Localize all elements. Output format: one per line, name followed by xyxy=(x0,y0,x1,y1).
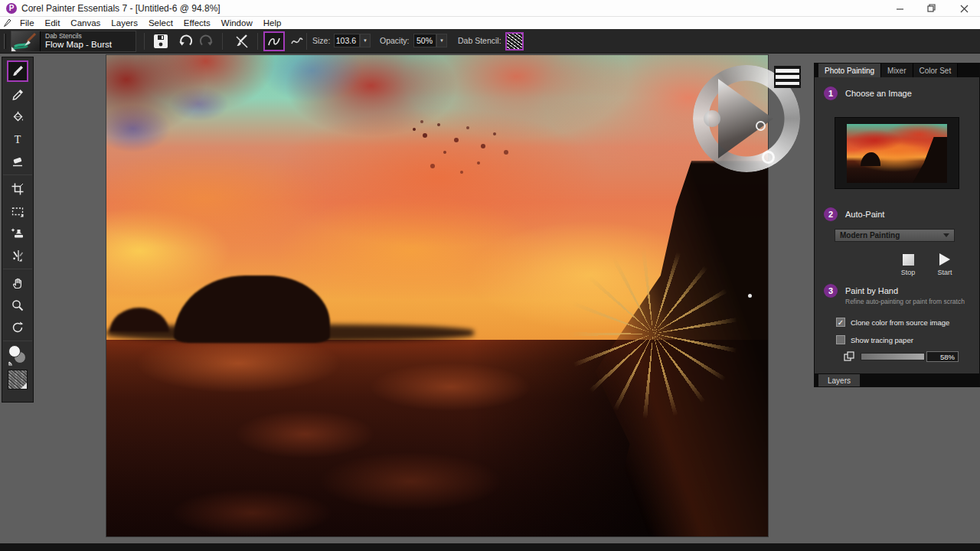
window-title: Corel Painter Essentials 7 - [Untitled-6… xyxy=(21,3,220,14)
palette-divider xyxy=(3,269,32,269)
painting-foliage-burst xyxy=(564,245,742,422)
tool-paint-bucket[interactable] xyxy=(6,106,29,128)
property-bar: Dab Stencils Flow Map - Burst xyxy=(0,29,980,54)
restore-button[interactable] xyxy=(916,0,948,17)
source-image-frame xyxy=(835,117,959,189)
tool-magnifier[interactable] xyxy=(6,294,29,316)
overlay-dot xyxy=(704,110,720,127)
menu-help[interactable]: Help xyxy=(258,18,287,28)
tool-mirror-painting[interactable] xyxy=(6,244,29,266)
tool-rect-select[interactable] xyxy=(6,200,29,222)
layers-tab-bar: Layers xyxy=(815,373,979,386)
paper-fold-corner xyxy=(21,383,27,389)
step-2-title: Auto-Paint xyxy=(845,210,884,219)
step-2-header: 2 Auto-Paint xyxy=(824,207,884,221)
chevron-down-icon xyxy=(943,233,949,237)
brush-variant-label: Flow Map - Burst xyxy=(45,40,112,50)
start-label: Start xyxy=(928,269,962,276)
close-button[interactable] xyxy=(948,0,980,17)
tracing-opacity-value[interactable]: 58% xyxy=(926,351,959,362)
step-1-badge: 1 xyxy=(824,86,838,100)
tool-eraser[interactable] xyxy=(6,150,29,172)
undo-button[interactable] xyxy=(175,31,196,51)
brush-variant-icon xyxy=(11,31,41,51)
size-label: Size: xyxy=(312,36,330,45)
step-3-title: Paint by Hand xyxy=(845,286,898,295)
toolbar-separator xyxy=(257,33,258,50)
document-pencil-icon xyxy=(3,18,11,28)
svg-text:T: T xyxy=(15,134,21,145)
menu-window[interactable]: Window xyxy=(216,18,258,28)
tracing-opacity-slider[interactable] xyxy=(861,353,925,360)
clone-color-label: Clone color from source image xyxy=(851,318,949,327)
tool-dropper[interactable] xyxy=(6,83,29,106)
tracing-opacity-control: 58% xyxy=(844,351,966,362)
auto-paint-preset-value: Modern Painting xyxy=(835,231,943,240)
color-swatches[interactable] xyxy=(6,344,29,368)
step-2-badge: 2 xyxy=(824,207,838,221)
tracing-paper-checkbox[interactable] xyxy=(836,335,845,344)
auto-paint-preset-dropdown[interactable]: Modern Painting xyxy=(835,229,955,242)
hamburger-menu-icon[interactable] xyxy=(774,66,801,88)
step-3-header: 3 Paint by Hand xyxy=(824,284,898,298)
paper-texture-selector[interactable] xyxy=(8,370,28,390)
freehand-stroke-button[interactable] xyxy=(263,31,285,51)
photo-painting-panel: Photo Painting Mixer Color Set 1 Choose … xyxy=(814,63,980,387)
toolbar-grip xyxy=(4,34,6,49)
overlay-knob-large xyxy=(762,151,775,164)
straight-line-stroke-button[interactable] xyxy=(286,31,308,51)
tab-layers[interactable]: Layers xyxy=(818,374,860,386)
toolbar-separator xyxy=(222,33,223,50)
source-image-thumbnail[interactable] xyxy=(847,124,947,183)
tool-brush[interactable] xyxy=(7,60,28,82)
brush-selector[interactable]: Dab Stencils Flow Map - Burst xyxy=(11,31,136,52)
palette-divider xyxy=(3,174,32,175)
tool-layer-adjuster[interactable] xyxy=(6,222,29,244)
opacity-input[interactable]: 50% xyxy=(413,34,436,47)
opacity-dropdown-arrow[interactable]: ▼ xyxy=(436,34,447,47)
play-icon xyxy=(939,253,950,266)
tracing-paper-icon xyxy=(844,351,855,365)
thumb-island xyxy=(861,152,880,166)
stop-icon xyxy=(903,254,914,266)
menu-canvas[interactable]: Canvas xyxy=(65,18,106,28)
clone-color-checkbox[interactable]: ✓ xyxy=(836,318,845,327)
size-input[interactable]: 103.6 xyxy=(334,34,360,47)
size-dropdown-arrow[interactable]: ▼ xyxy=(360,34,371,47)
palette-divider xyxy=(3,341,32,341)
tab-color-set[interactable]: Color Set xyxy=(913,64,959,77)
app-icon: P xyxy=(6,3,17,14)
redo-button[interactable] xyxy=(196,31,217,51)
step-1-title: Choose an Image xyxy=(845,89,912,98)
tracing-paper-label: Show tracing paper xyxy=(851,336,913,344)
step-1-header: 1 Choose an Image xyxy=(824,86,912,100)
tool-text[interactable]: T xyxy=(6,128,29,150)
tab-photo-painting[interactable]: Photo Painting xyxy=(818,64,881,77)
menu-select[interactable]: Select xyxy=(143,18,178,28)
tab-mixer[interactable]: Mixer xyxy=(881,64,913,77)
menu-file[interactable]: File xyxy=(15,18,40,28)
menu-layers[interactable]: Layers xyxy=(106,18,143,28)
tool-rotate-page[interactable] xyxy=(6,316,29,338)
save-button[interactable] xyxy=(150,31,172,51)
tool-crop[interactable] xyxy=(6,178,29,200)
menu-edit[interactable]: Edit xyxy=(40,18,66,28)
brush-cursor-dot xyxy=(748,294,752,298)
overlay-knob-small xyxy=(756,121,766,131)
panel-tab-bar: Photo Painting Mixer Color Set xyxy=(815,64,979,77)
minimize-button[interactable] xyxy=(884,0,916,17)
menu-effects[interactable]: Effects xyxy=(178,18,216,28)
clone-brush-icon-button[interactable] xyxy=(231,31,253,51)
dab-stencil-thumbnail[interactable] xyxy=(505,32,524,51)
title-bar: P Corel Painter Essentials 7 - [Untitled… xyxy=(0,0,980,17)
painting-spatter xyxy=(413,128,416,131)
app-window: P Corel Painter Essentials 7 - [Untitled… xyxy=(0,0,980,551)
toolbox: T xyxy=(2,57,34,403)
stop-label: Stop xyxy=(891,269,925,276)
stop-button[interactable]: Stop xyxy=(891,252,925,276)
step-3-subtitle: Refine auto-painting or paint from scrat… xyxy=(845,298,965,305)
start-button[interactable]: Start xyxy=(928,252,962,276)
document-canvas[interactable] xyxy=(106,55,768,536)
opacity-label: Opacity: xyxy=(380,36,410,45)
tool-grabber-hand[interactable] xyxy=(6,272,29,294)
